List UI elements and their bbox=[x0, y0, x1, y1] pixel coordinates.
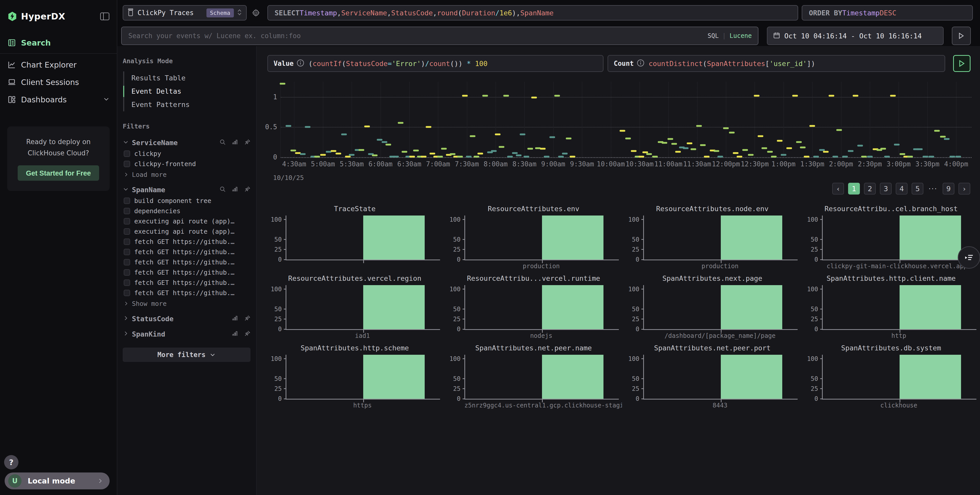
search-icon[interactable] bbox=[219, 139, 226, 146]
filter-checkbox-row[interactable]: dependencies bbox=[123, 206, 250, 216]
checkbox[interactable] bbox=[124, 218, 130, 224]
lucene-toggle[interactable]: Lucene bbox=[730, 32, 752, 40]
sql-toggle[interactable]: SQL bbox=[708, 32, 719, 40]
pagination-prev[interactable]: ‹ bbox=[832, 183, 844, 195]
search-icon[interactable] bbox=[219, 186, 226, 194]
pagination-page-1[interactable]: 1 bbox=[848, 183, 860, 195]
filter-checkbox-row[interactable]: fetch GET https://github.… bbox=[123, 257, 250, 267]
sidebar-item-dashboards[interactable]: Dashboards bbox=[0, 93, 117, 106]
chart-settings-fab[interactable] bbox=[958, 246, 980, 269]
help-button[interactable]: ? bbox=[4, 455, 18, 470]
filter-checkbox-row[interactable]: fetch GET https://github.… bbox=[123, 267, 250, 278]
data-point bbox=[923, 155, 928, 157]
sql-select-input[interactable]: SELECT Timestamp, ServiceName, StatusCod… bbox=[267, 5, 798, 21]
attribute-chart-resourceattributes-vercel-region[interactable]: ResourceAttributes.vercel.region02550100… bbox=[266, 274, 443, 342]
checkbox[interactable] bbox=[124, 269, 130, 276]
filter-checkbox-row[interactable]: build component tree bbox=[123, 195, 250, 206]
pin-icon[interactable] bbox=[244, 139, 250, 146]
attribute-chart-resourceattribu-cel-branch-host[interactable]: ResourceAttribu..cel.branch_host02550100… bbox=[803, 204, 980, 272]
pagination-next[interactable]: › bbox=[958, 183, 970, 195]
analysis-mode-event-patterns[interactable]: Event Patterns bbox=[124, 98, 250, 111]
mini-y-tick-dash bbox=[641, 309, 644, 309]
filter-checkbox-row[interactable]: clickpy bbox=[123, 148, 250, 159]
mini-y-tick-dash bbox=[463, 388, 465, 389]
date-range-picker[interactable]: Oct 10 04:16:14 - Oct 10 16:16:14 bbox=[767, 27, 943, 45]
attribute-chart-tracestate[interactable]: TraceState02550100 bbox=[266, 204, 443, 272]
checkbox[interactable] bbox=[124, 249, 130, 255]
checkbox[interactable] bbox=[124, 198, 130, 204]
checkbox[interactable] bbox=[124, 208, 130, 214]
filter-checkbox-row[interactable]: fetch GET https://github.… bbox=[123, 278, 250, 288]
x-axis-label: 7:00am bbox=[426, 160, 450, 168]
attribute-chart-resourceattributes-env[interactable]: ResourceAttributes.env02550100production bbox=[445, 204, 622, 272]
attribute-chart-spanattributes-http-scheme[interactable]: SpanAttributes.http.scheme02550100https bbox=[266, 343, 443, 412]
checkbox[interactable] bbox=[124, 259, 130, 265]
filter-load-more[interactable]: Load more bbox=[123, 169, 250, 180]
bar-chart-icon[interactable] bbox=[232, 186, 238, 194]
pagination-page-3[interactable]: 3 bbox=[880, 183, 892, 195]
local-mode-menu[interactable]: U Local mode bbox=[5, 473, 110, 489]
filter-checkbox-row[interactable]: fetch GET https://github.… bbox=[123, 288, 250, 298]
value-expression-input[interactable]: Value (countIf(StatusCode='Error')/count… bbox=[267, 55, 603, 72]
checkbox[interactable] bbox=[124, 161, 130, 167]
checkbox[interactable] bbox=[124, 290, 130, 296]
source-select[interactable]: ClickPy Traces Schema bbox=[123, 5, 247, 21]
pagination-page-2[interactable]: 2 bbox=[864, 183, 876, 195]
attribute-chart-spanattributes-db-system[interactable]: SpanAttributes.db.system02550100clickhou… bbox=[803, 343, 980, 412]
filter-group-header-spankind[interactable]: SpanKind bbox=[123, 328, 250, 340]
chart-run-button[interactable] bbox=[953, 55, 970, 72]
analysis-mode-results-table[interactable]: Results Table bbox=[124, 71, 250, 85]
event-deltas-chart[interactable]: 00.514:30am5:00am5:30am6:00am6:30am7:00a… bbox=[280, 82, 972, 157]
checkbox[interactable] bbox=[124, 238, 130, 245]
code-token: ) bbox=[811, 60, 815, 68]
attribute-chart-resourceattributes-node-env[interactable]: ResourceAttributes.node.env02550100produ… bbox=[624, 204, 801, 272]
sidebar-item-chart-explorer[interactable]: Chart Explorer bbox=[0, 58, 117, 71]
count-expression-input[interactable]: Count countDistinct(SpanAttributes['user… bbox=[608, 55, 945, 72]
attribute-chart-resourceattribu-vercel-runtime[interactable]: ResourceAttribu...vercel.runtime02550100… bbox=[445, 274, 622, 342]
bar-chart-icon[interactable] bbox=[232, 139, 238, 146]
filter-checkbox-row[interactable]: clickpy-frontend bbox=[123, 159, 250, 169]
y-axis-label: 0.5 bbox=[265, 123, 277, 131]
more-filters-button[interactable]: More filters bbox=[123, 347, 250, 362]
bar-chart-icon[interactable] bbox=[232, 315, 238, 322]
attribute-chart-spanattributes-net-peer-port[interactable]: SpanAttributes.net.peer.port025501008443 bbox=[624, 343, 801, 412]
checkbox[interactable] bbox=[124, 151, 130, 157]
bar-chart-icon[interactable] bbox=[232, 330, 238, 338]
filter-group-header-statuscode[interactable]: StatusCode bbox=[123, 313, 250, 325]
attribute-chart-spanattributes-net-peer-name[interactable]: SpanAttributes.net.peer.name02550100z5nr… bbox=[445, 343, 622, 412]
pin-icon[interactable] bbox=[244, 330, 250, 338]
x-axis-label: 2:00pm bbox=[829, 160, 853, 168]
filter-checkbox-row[interactable]: fetch GET https://github.… bbox=[123, 236, 250, 247]
get-started-button[interactable]: Get Started for Free bbox=[18, 165, 99, 181]
filter-group-header-spanname[interactable]: SpanName bbox=[123, 184, 250, 195]
sidebar-item-client-sessions[interactable]: Client Sessions bbox=[0, 76, 117, 89]
filter-item-label: fetch GET https://github.… bbox=[134, 238, 234, 246]
pagination-page-5[interactable]: 5 bbox=[912, 183, 923, 195]
attribute-chart-spanattributes-next-page[interactable]: SpanAttributes.next.page02550100/dashboa… bbox=[624, 274, 801, 342]
checkbox[interactable] bbox=[124, 279, 130, 286]
attribute-chart-spanattributes-http-client-name[interactable]: SpanAttributes.http.client.name02550100h… bbox=[803, 274, 980, 342]
filter-checkbox-row[interactable]: fetch GET https://github.… bbox=[123, 247, 250, 257]
source-settings-gear-icon[interactable] bbox=[251, 9, 260, 17]
filter-group-header-servicename[interactable]: ServiceName bbox=[123, 136, 250, 148]
analysis-mode-event-deltas[interactable]: Event Deltas bbox=[124, 85, 250, 98]
mini-y-tick: 0 bbox=[457, 395, 465, 402]
sql-orderby-input[interactable]: ORDER BY Timestamp DESC bbox=[802, 5, 973, 21]
data-point bbox=[940, 136, 946, 138]
search-run-button[interactable] bbox=[952, 27, 971, 45]
sidebar-collapse-icon[interactable] bbox=[100, 12, 110, 21]
pagination-page-4[interactable]: 4 bbox=[896, 183, 907, 195]
sidebar-item-search[interactable]: Search bbox=[0, 36, 117, 49]
filter-list-icon bbox=[964, 252, 974, 263]
search-input[interactable] bbox=[128, 32, 708, 40]
pin-icon[interactable] bbox=[244, 186, 250, 194]
pin-icon[interactable] bbox=[244, 315, 250, 322]
filter-checkbox-row[interactable]: executing api route (app)… bbox=[123, 216, 250, 226]
pagination-page-9[interactable]: 9 bbox=[943, 183, 955, 195]
filter-show-more[interactable]: Show more bbox=[123, 298, 250, 309]
data-point bbox=[796, 141, 802, 143]
checkbox[interactable] bbox=[124, 228, 130, 235]
mini-y-tick-dash bbox=[284, 289, 286, 289]
filter-checkbox-row[interactable]: executing api route (app)… bbox=[123, 226, 250, 236]
gridline-v bbox=[870, 82, 870, 157]
